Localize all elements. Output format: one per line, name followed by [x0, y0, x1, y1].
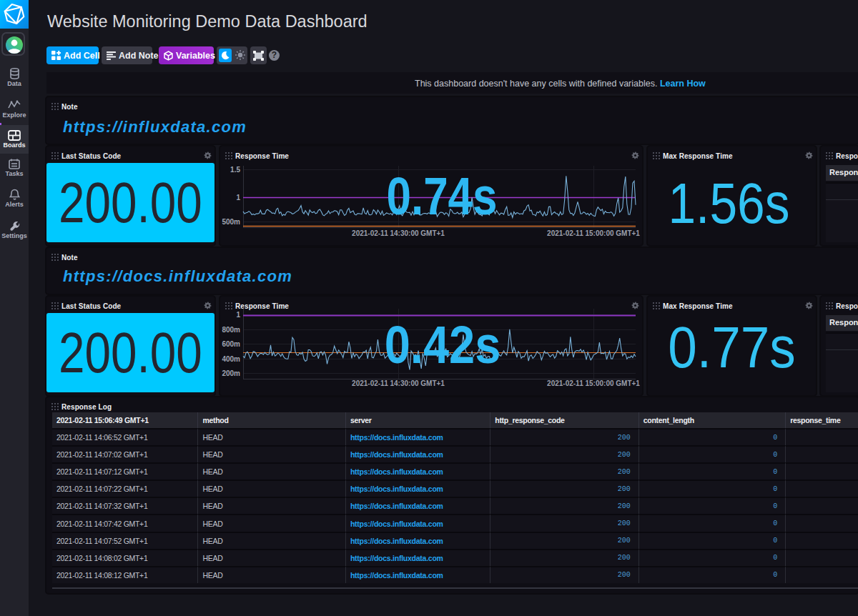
svg-text:1: 1 — [236, 311, 240, 319]
svg-text:2021-02-11 15:00:00 GMT+1: 2021-02-11 15:00:00 GMT+1 — [547, 379, 640, 387]
svg-text:800m: 800m — [222, 326, 240, 334]
svg-text:1: 1 — [236, 194, 240, 202]
svg-text:1.5: 1.5 — [230, 166, 240, 174]
svg-text:200m: 200m — [222, 369, 240, 377]
svg-text:2021-02-11 14:30:00 GMT+1: 2021-02-11 14:30:00 GMT+1 — [352, 379, 445, 387]
svg-text:600m: 600m — [222, 340, 240, 348]
svg-text:400m: 400m — [222, 355, 240, 363]
svg-text:2021-02-11 15:00:00 GMT+1: 2021-02-11 15:00:00 GMT+1 — [547, 229, 640, 237]
svg-text:2021-02-11 14:30:00 GMT+1: 2021-02-11 14:30:00 GMT+1 — [352, 229, 445, 237]
svg-text:500m: 500m — [222, 218, 240, 226]
